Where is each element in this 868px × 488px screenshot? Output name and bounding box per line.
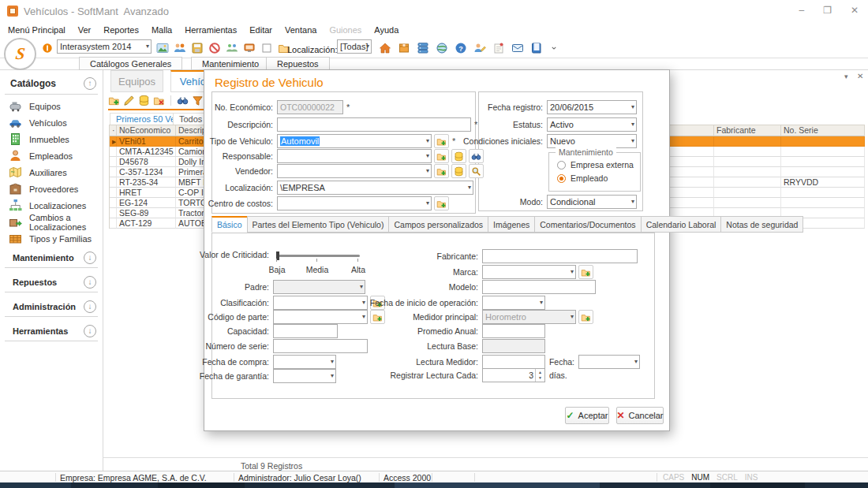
expand-down-icon[interactable]: ↓ <box>84 300 96 313</box>
users-edit-icon[interactable] <box>473 42 486 54</box>
lectura-medidor-input[interactable] <box>482 355 545 369</box>
table-cell[interactable] <box>781 167 865 177</box>
vendedor-combo[interactable] <box>277 164 432 178</box>
marca-combo[interactable] <box>482 265 576 279</box>
sidebar-item-tipos-y-familias[interactable]: Tipos y Familias <box>0 230 103 247</box>
table-cell[interactable] <box>110 167 117 177</box>
table-cell[interactable] <box>781 188 865 198</box>
centro-costos-combo[interactable] <box>277 196 432 210</box>
table-cell[interactable]: SEG-89 <box>117 208 176 218</box>
menu-menu-principal[interactable]: Menú Principal <box>2 24 72 35</box>
add-medidor-button[interactable] <box>578 310 593 324</box>
grid-column-header[interactable]: · <box>110 125 117 136</box>
collapse-up-icon[interactable]: ↑ <box>84 77 96 90</box>
promedio-anual-input[interactable] <box>482 324 545 338</box>
descripcion-input[interactable] <box>277 117 471 132</box>
dialog-tab-calendario-laboral[interactable]: Calendario Laboral <box>641 216 722 233</box>
edit-record-icon[interactable] <box>123 95 135 106</box>
capacidad-input[interactable] <box>273 324 338 338</box>
sidebar-section-herramientas[interactable]: Herramientas↓ <box>0 320 103 339</box>
vendedor-lookup-button[interactable] <box>469 164 484 178</box>
add-record-icon[interactable] <box>108 95 120 106</box>
menu-herramientas[interactable]: Herramientas <box>178 24 243 35</box>
filter-icon[interactable] <box>192 95 204 106</box>
panel-close-icon[interactable]: ✕ <box>857 72 863 80</box>
table-cell[interactable] <box>110 198 117 208</box>
dialog-tab-notas-de-seguridad[interactable]: Notas de seguridad <box>720 216 803 233</box>
add-responsable-button[interactable] <box>434 149 449 163</box>
localization-combo[interactable]: [Todas] <box>337 39 372 54</box>
dialog-tab-comentarios-documentos[interactable]: Comentarios/Documentos <box>534 216 641 233</box>
expand-down-icon[interactable]: ↓ <box>84 251 96 264</box>
table-cell[interactable]: CMTA-A12345 <box>117 147 176 157</box>
dialog-tab-partes-del-elemento-tipo-vehiculo[interactable]: Partes del Elemento Tipo (Vehiculo) <box>247 216 390 233</box>
responsable-search-button[interactable] <box>469 149 484 163</box>
registrar-lectura-stepper[interactable]: 3 ▲▼ <box>482 368 545 382</box>
table-cell[interactable]: RT-235-34 <box>117 177 176 188</box>
table-cell[interactable] <box>110 147 117 157</box>
table-cell[interactable]: HRET <box>117 188 176 198</box>
menu-ayuda[interactable]: Ayuda <box>368 24 405 35</box>
sidebar-item-localizaciones[interactable]: Localizaciones <box>0 197 103 214</box>
table-cell[interactable]: ACT-129 <box>117 218 176 229</box>
stepper-arrows-icon[interactable]: ▲▼ <box>535 369 544 382</box>
condiciones-combo[interactable]: Nuevo <box>547 134 637 148</box>
table-cell[interactable]: EG-124 <box>117 198 176 208</box>
minimize-button[interactable]: – <box>799 5 804 16</box>
binoculars-icon[interactable] <box>177 95 189 106</box>
add-marca-button[interactable] <box>578 265 593 279</box>
table-cell[interactable] <box>781 136 865 147</box>
checkbox-icon[interactable] <box>260 42 273 54</box>
table-cell[interactable] <box>781 147 865 157</box>
panel-dropdown-icon[interactable]: ▾ <box>844 73 848 80</box>
users-icon[interactable] <box>174 42 186 54</box>
ribbon-tab-catalogos-generales[interactable]: Catálogos Generales <box>79 57 182 70</box>
globe-icon[interactable] <box>436 42 448 54</box>
radio-empresa-externa[interactable]: Empresa externa <box>557 160 634 169</box>
grid-column-header[interactable]: No. Serie <box>781 125 865 136</box>
no-economico-input[interactable]: OTC00000022 <box>277 100 343 114</box>
padre-combo[interactable] <box>273 280 365 294</box>
modo-combo[interactable]: Condicional <box>547 195 637 209</box>
delete-record-icon[interactable] <box>153 95 165 106</box>
menu-ventana[interactable]: Ventana <box>279 24 323 35</box>
table-cell[interactable]: D45678 <box>117 157 176 167</box>
grid-column-header[interactable]: Fabricante <box>714 125 781 136</box>
sidebar-header-catalogos[interactable]: Catálogos ↑ <box>0 70 103 92</box>
sidebar-section-mantenimiento[interactable]: Mantenimiento↓ <box>0 247 103 266</box>
help-icon[interactable]: ? <box>455 42 467 54</box>
sidebar-item-empleados[interactable]: Empleados <box>0 147 103 164</box>
chevron-down-icon[interactable] <box>549 43 559 53</box>
medidor-principal-combo[interactable]: Horometro <box>482 310 576 324</box>
menu-ver[interactable]: Ver <box>72 24 98 35</box>
codigo-parte-combo[interactable] <box>273 310 368 324</box>
estatus-combo[interactable]: Activo <box>547 117 637 132</box>
sidebar-section-repuestos[interactable]: Repuestos↓ <box>0 271 103 290</box>
sidebar-item-inmuebles[interactable]: Inmuebles <box>0 131 103 147</box>
database-icon[interactable] <box>138 95 150 106</box>
sidebar-item-auxiliares[interactable]: Auxiliares <box>0 164 103 181</box>
table-cell[interactable] <box>781 198 865 208</box>
export-icon[interactable] <box>191 42 204 54</box>
table-cell[interactable]: ▸ <box>110 136 117 147</box>
ribbon-tab-mantenimiento[interactable]: Mantenimiento <box>191 57 270 70</box>
table-cell[interactable] <box>714 198 781 208</box>
mail-icon[interactable] <box>511 42 524 54</box>
radio-empleado[interactable]: Empleado <box>557 173 608 183</box>
sidebar-item-cambios-a-localizaciones[interactable]: Cambios a Localizaciones <box>0 214 103 230</box>
menu-reportes[interactable]: Reportes <box>97 24 145 35</box>
table-cell[interactable] <box>110 188 117 198</box>
table-cell[interactable] <box>781 157 865 167</box>
table-cell[interactable] <box>110 157 117 167</box>
block-icon[interactable] <box>208 42 221 54</box>
package-icon[interactable] <box>398 42 410 54</box>
localizacion-combo[interactable]: \EMPRESA <box>277 181 473 195</box>
table-cell[interactable] <box>714 177 781 188</box>
table-cell[interactable]: VEhi01 <box>117 136 176 147</box>
table-cell[interactable] <box>714 188 781 198</box>
sidebar-item-proveedores[interactable]: Proveedores <box>0 181 103 197</box>
add-vendedor-button[interactable] <box>434 164 449 178</box>
table-cell[interactable] <box>714 147 781 157</box>
grid-column-header[interactable]: NoEconomico <box>117 125 176 136</box>
fecha-garantia-combo[interactable] <box>273 369 336 383</box>
